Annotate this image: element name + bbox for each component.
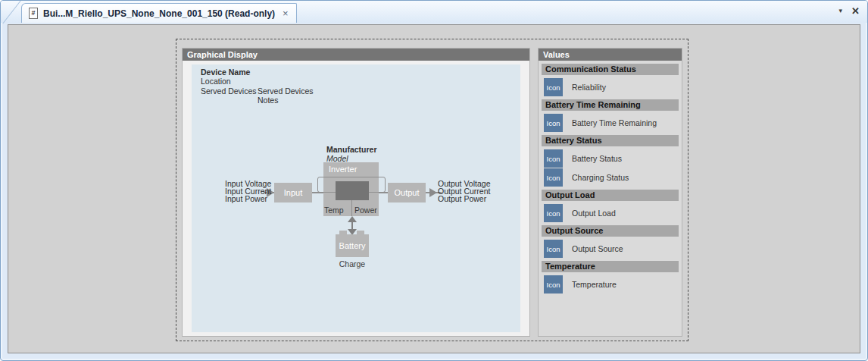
input-metrics: Input Voltage Input Current Input Power [225, 180, 271, 202]
section-header-battery-status: Battery Status [542, 135, 679, 146]
output-box: Output [388, 183, 426, 202]
value-icon: Icon [544, 204, 563, 222]
tab-slant-divider [2, 1, 20, 24]
value-row-label: Output Load [572, 209, 616, 218]
values-header: Values [539, 49, 682, 61]
battery-box: Battery [336, 234, 369, 257]
manufacturer-label: Manufacturer [326, 145, 377, 154]
document-icon: # [29, 8, 38, 19]
design-canvas[interactable]: Graphical Display Device Name Location S… [8, 24, 860, 353]
section-header-output-source: Output Source [542, 225, 679, 237]
value-row-label: Output Source [572, 244, 623, 253]
value-row-output-load[interactable]: Icon Output Load [544, 204, 679, 222]
value-icon: Icon [544, 275, 563, 294]
inverter-core-box [336, 181, 369, 200]
temp-label: Temp [324, 206, 344, 215]
location-label: Location [201, 77, 231, 86]
value-row-label: Battery Time Remaining [572, 118, 657, 127]
value-row-battery-time-remaining[interactable]: Icon Battery Time Remaining [544, 114, 679, 132]
output-power-label: Output Power [438, 195, 490, 202]
value-row-reliability[interactable]: Icon Reliability [544, 78, 679, 96]
graphical-display-panel[interactable]: Graphical Display Device Name Location S… [182, 48, 530, 337]
section-header-communication-status: Communication Status [542, 64, 679, 75]
close-document-icon[interactable]: ✕ [851, 6, 860, 16]
power-label: Power [354, 206, 377, 215]
value-row-label: Reliability [572, 83, 606, 92]
values-panel[interactable]: Values Communication Status Icon Reliabi… [538, 48, 682, 337]
served-devices-label: Served Devices [201, 86, 257, 96]
temp-power-divider [351, 200, 352, 216]
output-arrow-icon [429, 188, 437, 197]
value-icon: Icon [544, 78, 563, 96]
tab-title: Bui...M_Riello_UPS_None_None_001_150 (Re… [43, 8, 275, 19]
charge-label: Charge [326, 259, 378, 268]
value-row-temperature[interactable]: Icon Temperature [544, 275, 679, 294]
value-row-label: Charging Status [572, 173, 629, 182]
notes-label: Notes [258, 96, 278, 105]
input-box: Input [274, 183, 312, 202]
value-icon: Icon [544, 168, 563, 187]
value-icon: Icon [544, 149, 563, 168]
section-header-battery-time-remaining: Battery Time Remaining [542, 99, 679, 111]
value-row-charging-status[interactable]: Icon Charging Status [544, 168, 679, 187]
device-graphic-canvas: Device Name Location Served Devices Serv… [192, 64, 520, 332]
value-row-label: Battery Status [572, 154, 622, 163]
tab-close-icon[interactable]: × [283, 8, 289, 18]
inverter-label: Inverter [329, 165, 357, 174]
tab-list-dropdown-icon[interactable]: ▾ [839, 8, 843, 14]
editor-window: # Bui...M_Riello_UPS_None_None_001_150 (… [0, 0, 868, 361]
tab-bar: # Bui...M_Riello_UPS_None_None_001_150 (… [1, 1, 867, 23]
section-header-temperature: Temperature [542, 261, 679, 272]
input-power-label: Input Power [225, 195, 271, 202]
section-header-output-load: Output Load [542, 190, 679, 201]
document-tab[interactable]: # Bui...M_Riello_UPS_None_None_001_150 (… [21, 3, 297, 23]
value-row-label: Temperature [572, 280, 617, 289]
value-icon: Icon [544, 240, 563, 258]
values-body: Communication Status Icon Reliability Ba… [539, 64, 682, 294]
tab-bar-controls: ▾ ✕ [839, 6, 860, 16]
served-devices-value: Served Devices [258, 86, 314, 96]
value-icon: Icon [544, 114, 563, 132]
value-row-battery-status[interactable]: Icon Battery Status [544, 149, 679, 168]
output-metrics: Output Voltage Output Current Output Pow… [438, 180, 490, 202]
value-row-output-source[interactable]: Icon Output Source [544, 240, 679, 258]
graphical-display-header: Graphical Display [183, 49, 529, 61]
device-name-label: Device Name [201, 67, 250, 77]
